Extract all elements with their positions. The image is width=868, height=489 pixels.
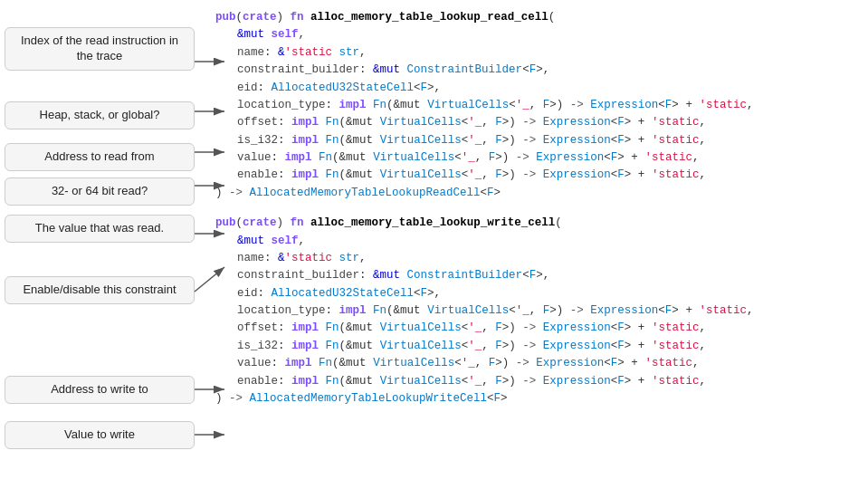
code-line: name: &'static str, xyxy=(215,250,861,267)
code-line: constraint_builder: &mut ConstraintBuild… xyxy=(215,62,861,79)
code-panel: pub(crate) fn alloc_memory_table_lookup_… xyxy=(208,0,868,489)
code-line: eid: AllocatedU32StateCell<F>, xyxy=(215,80,861,97)
code-line: ) -> AllocatedMemoryTableLookupWriteCell… xyxy=(215,390,861,408)
code-line: name: &'static str, xyxy=(215,44,861,62)
code-line: &mut self, xyxy=(215,233,861,250)
code-line: offset: impl Fn(&mut VirtualCells<'_, F>… xyxy=(215,114,861,131)
code-line: eid: AllocatedU32StateCell<F>, xyxy=(215,285,861,302)
ann-value-write: Value to write xyxy=(5,421,195,449)
ann-bit-read: 32- or 64 bit read? xyxy=(5,177,195,206)
ann-addr-write: Address to write to xyxy=(5,376,195,404)
code-line: pub(crate) fn alloc_memory_table_lookup_… xyxy=(215,215,861,232)
ann-enable: Enable/disable this constraint xyxy=(5,276,195,304)
code-line: value: impl Fn(&mut VirtualCells<'_, F>)… xyxy=(215,149,861,167)
code-line: ) -> AllocatedMemoryTableLookupReadCell<… xyxy=(215,185,861,202)
code-line: &mut self, xyxy=(215,26,861,43)
code-line: is_i32: impl Fn(&mut VirtualCells<'_, F>… xyxy=(215,132,861,149)
code-line: offset: impl Fn(&mut VirtualCells<'_, F>… xyxy=(215,320,861,337)
code-line: location_type: impl Fn(&mut VirtualCells… xyxy=(215,97,861,114)
code-line: enable: impl Fn(&mut VirtualCells<'_, F>… xyxy=(215,373,861,390)
ann-value-read: The value that was read. xyxy=(5,215,195,243)
main-container: Index of the read instruction in the tra… xyxy=(0,0,868,489)
code-line: enable: impl Fn(&mut VirtualCells<'_, F>… xyxy=(215,167,861,184)
code-line: value: impl Fn(&mut VirtualCells<'_, F>)… xyxy=(215,355,861,372)
ann-index: Index of the read instruction in the tra… xyxy=(5,27,195,71)
code-line: location_type: impl Fn(&mut VirtualCells… xyxy=(215,302,861,320)
annotations-panel: Index of the read instruction in the tra… xyxy=(0,0,208,489)
code-line: is_i32: impl Fn(&mut VirtualCells<'_, F>… xyxy=(215,338,861,355)
code-line: pub(crate) fn alloc_memory_table_lookup_… xyxy=(215,9,861,26)
ann-heap: Heap, stack, or global? xyxy=(5,101,195,129)
code-line: constraint_builder: &mut ConstraintBuild… xyxy=(215,267,861,284)
ann-address-read: Address to read from xyxy=(5,143,195,171)
